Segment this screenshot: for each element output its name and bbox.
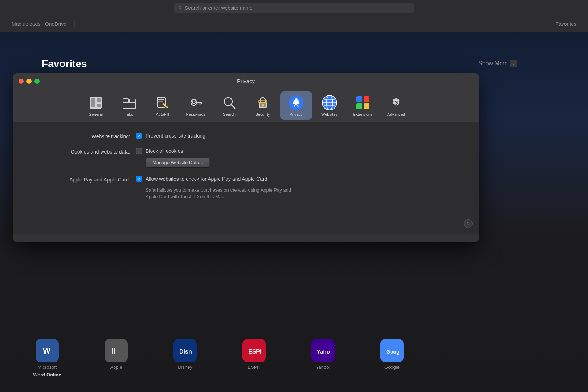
apple-pay-description: Safari allows you to make purchases on t… [146, 187, 298, 200]
extensions-icon [355, 95, 371, 111]
help-button[interactable]: ? [464, 219, 473, 228]
favorites-heading: Favorites [42, 58, 87, 70]
tab-extensions-label: Extensions [353, 112, 373, 117]
tab-bar: Mac uploads - OneDrive Favorites [0, 16, 588, 32]
block-cookies-checkbox-row: Block all cookies [136, 148, 210, 154]
tab-search[interactable]: Search [213, 91, 245, 120]
svg-text:Google: Google [386, 349, 399, 355]
passwords-icon [188, 95, 204, 111]
tab-autofill-label: AutoFill [156, 112, 169, 117]
website-tracking-control: ✓ Prevent cross-site tracking [136, 133, 205, 139]
tab-tabs-label: Tabs [125, 112, 133, 117]
block-cookies-label: Block all cookies [146, 148, 183, 154]
prefs-content: Website tracking: ✓ Prevent cross-site t… [13, 122, 479, 234]
tab-privacy-label: Privacy [289, 112, 302, 117]
manage-website-data-button[interactable]: Manage Website Data... [146, 158, 210, 167]
svg-text:Disney: Disney [179, 348, 192, 355]
bookmark-icon-disney: Disney [173, 339, 197, 362]
tab-websites-label: Websites [321, 112, 338, 117]
bookmark-name-apple: Apple [110, 364, 122, 370]
bookmark-google[interactable]: Google Google [358, 339, 426, 377]
svg-rect-30 [298, 100, 299, 104]
security-icon [255, 95, 271, 111]
svg-point-16 [192, 101, 195, 104]
apple-pay-control: ✓ Allow websites to check for Apple Pay … [136, 176, 298, 200]
svg-rect-11 [158, 101, 163, 102]
svg-rect-3 [97, 104, 101, 107]
svg-rect-6 [123, 102, 135, 108]
apple-pay-row: Apple Pay and Apple Card: ✓ Allow websit… [27, 176, 465, 200]
tab-general[interactable]: General [80, 91, 112, 120]
tab-favorites[interactable]: Favorites [551, 20, 581, 28]
tab-tabs[interactable]: Tabs [113, 91, 145, 120]
website-tracking-row: Website tracking: ✓ Prevent cross-site t… [27, 133, 465, 139]
tab-advanced-label: Advanced [387, 112, 405, 117]
autofill-icon [155, 95, 171, 111]
prevent-tracking-checkbox[interactable]: ✓ [136, 133, 142, 139]
svg-rect-29 [297, 99, 298, 104]
bookmark-icon-espn: ESPN [242, 339, 266, 362]
bookmark-microsoft[interactable]: W Microsoft Word Online [13, 339, 82, 377]
tab-websites[interactable]: Websites [314, 91, 346, 120]
prefs-toolbar: General Tabs [13, 89, 479, 122]
tab-privacy[interactable]: Privacy [280, 91, 312, 120]
dialog-titlebar: Privacy [13, 73, 479, 89]
svg-rect-31 [294, 100, 295, 104]
bookmark-espn[interactable]: ESPN ESPN [220, 339, 289, 377]
bookmark-yahoo[interactable]: Yahoo! Yahoo: [289, 339, 358, 377]
cookies-row: Cookies and website data: Block all cook… [27, 148, 465, 167]
svg-point-15 [191, 99, 197, 105]
maximize-button[interactable] [34, 79, 40, 84]
chevron-down-icon: ⌄ [510, 60, 517, 67]
show-more-button[interactable]: Show More ⌄ [478, 60, 517, 67]
close-button[interactable] [19, 79, 24, 84]
address-bar-search-icon: ⚲ [179, 5, 182, 11]
checkmark-icon-2: ✓ [138, 177, 141, 181]
tab-search-label: Search [223, 112, 236, 117]
bookmark-disney[interactable]: Disney Disney [151, 339, 220, 377]
apple-pay-checkbox[interactable]: ✓ [136, 176, 142, 182]
browser-chrome: ⚲ Search or enter website name [0, 0, 588, 16]
checkmark-icon: ✓ [138, 134, 141, 138]
svg-text:Yahoo!: Yahoo! [317, 348, 330, 355]
apple-pay-check-label: Allow websites to check for Apple Pay an… [146, 176, 267, 182]
address-bar-placeholder: Search or enter website name [185, 5, 253, 11]
websites-icon [322, 95, 338, 111]
address-bar[interactable]: ⚲ Search or enter website name [174, 3, 414, 13]
minimize-button[interactable] [26, 79, 32, 84]
tabs-icon [121, 95, 137, 111]
prevent-tracking-checkbox-row: ✓ Prevent cross-site tracking [136, 133, 205, 139]
tab-passwords[interactable]: Passwords [180, 91, 212, 120]
tab-security[interactable]: Security [247, 91, 279, 120]
svg-rect-1 [91, 98, 95, 107]
prevent-tracking-label: Prevent cross-site tracking [146, 133, 205, 139]
bookmark-name-microsoft-bottom: Word Online [33, 372, 61, 377]
svg-rect-4 [123, 99, 129, 102]
window-controls [19, 79, 40, 84]
tab-extensions[interactable]: Extensions [347, 91, 379, 120]
svg-text::  [112, 346, 115, 356]
apple-pay-checkbox-row: ✓ Allow websites to check for Apple Pay … [136, 176, 298, 182]
bookmark-name-google: Google [384, 364, 400, 370]
search-pref-icon [221, 95, 237, 111]
block-cookies-checkbox[interactable] [136, 148, 142, 154]
bookmark-name-yahoo: Yahoo: [316, 364, 330, 370]
bookmark-apple[interactable]:  Apple [82, 339, 151, 377]
advanced-icon [388, 95, 404, 111]
tab-security-label: Security [256, 112, 270, 117]
dialog-title: Privacy [237, 78, 255, 84]
tab-autofill[interactable]: AutoFill [147, 91, 179, 120]
bookmark-name-espn: ESPN [248, 364, 260, 370]
svg-point-24 [262, 104, 264, 106]
bookmark-icon-microsoft: W [36, 339, 59, 362]
tab-advanced[interactable]: Advanced [380, 91, 412, 120]
bookmarks-row: W Microsoft Word Online  Apple Disney D… [13, 339, 575, 377]
svg-text:W: W [43, 346, 50, 355]
help-label: ? [467, 221, 469, 226]
tab-mac-uploads[interactable]: Mac uploads - OneDrive [7, 20, 71, 28]
svg-point-43 [356, 96, 369, 109]
svg-rect-10 [158, 99, 164, 100]
svg-rect-28 [295, 98, 297, 104]
general-icon [88, 95, 104, 111]
svg-text:ESPN: ESPN [248, 348, 261, 355]
